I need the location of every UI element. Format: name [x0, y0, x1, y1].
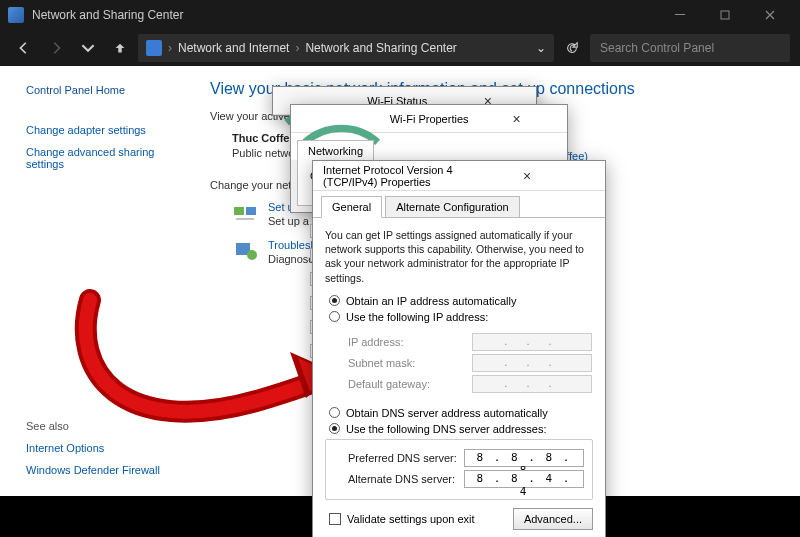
ip-address-field: . . .: [472, 333, 592, 351]
subnet-label: Subnet mask:: [348, 357, 415, 369]
breadcrumb-separator: ›: [168, 41, 172, 55]
svg-rect-3: [246, 207, 256, 215]
minimize-button[interactable]: [657, 0, 702, 30]
troubleshoot-sub: Diagnose: [268, 253, 314, 265]
chevron-down-icon[interactable]: ⌄: [536, 41, 546, 55]
dialog-titlebar[interactable]: Internet Protocol Version 4 (TCP/IPv4) P…: [313, 161, 605, 191]
svg-rect-0: [675, 14, 685, 15]
radio-label: Use the following IP address:: [346, 311, 488, 323]
help-text: You can get IP settings assigned automat…: [325, 228, 593, 285]
see-also-label: See also: [26, 420, 190, 432]
radio-label: Obtain an IP address automatically: [346, 295, 516, 307]
svg-rect-1: [721, 11, 729, 19]
ipv4-properties-dialog: Internet Protocol Version 4 (TCP/IPv4) P…: [312, 160, 606, 537]
up-button[interactable]: [106, 34, 134, 62]
setup-icon: [232, 201, 260, 225]
close-icon[interactable]: ×: [459, 168, 595, 184]
dialog-title: Internet Protocol Version 4 (TCP/IPv4) P…: [323, 164, 459, 188]
radio-icon: [329, 295, 340, 306]
checkbox-icon: [329, 513, 341, 525]
sidebar-link-firewall[interactable]: Windows Defender Firewall: [26, 464, 190, 476]
close-button[interactable]: [747, 0, 792, 30]
radio-icon: [329, 407, 340, 418]
alternate-dns-field[interactable]: 8 . 8 . 4 . 4: [464, 470, 584, 488]
dns-fieldset: Preferred DNS server:8 . 8 . 8 . 8 Alter…: [325, 439, 593, 500]
checkbox-label: Validate settings upon exit: [347, 513, 475, 525]
radio-icon: [329, 423, 340, 434]
sidebar: Control Panel Home Change adapter settin…: [0, 66, 190, 496]
dialog-body: You can get IP settings assigned automat…: [313, 218, 605, 537]
recent-dropdown[interactable]: [74, 34, 102, 62]
advanced-button[interactable]: Advanced...: [513, 508, 593, 530]
breadcrumb-item[interactable]: Network and Internet: [178, 41, 289, 55]
troubleshoot-link[interactable]: Troublesl: [268, 239, 314, 251]
radio-ip-auto[interactable]: Obtain an IP address automatically: [329, 295, 593, 307]
app-icon: [8, 7, 24, 23]
preferred-dns-field[interactable]: 8 . 8 . 8 . 8: [464, 449, 584, 467]
tab-alternate[interactable]: Alternate Configuration: [385, 196, 520, 218]
back-button[interactable]: [10, 34, 38, 62]
forward-button[interactable]: [42, 34, 70, 62]
svg-point-5: [247, 250, 257, 260]
window-titlebar: Network and Sharing Center: [0, 0, 800, 30]
wifi-icon: [299, 112, 384, 126]
gateway-field: . . .: [472, 375, 592, 393]
radio-label: Use the following DNS server addresses:: [346, 423, 547, 435]
subnet-field: . . .: [472, 354, 592, 372]
breadcrumb[interactable]: › Network and Internet › Network and Sha…: [138, 34, 554, 62]
refresh-button[interactable]: [558, 34, 586, 62]
preferred-dns-label: Preferred DNS server:: [348, 452, 457, 464]
radio-ip-manual[interactable]: Use the following IP address:: [329, 311, 593, 323]
radio-label: Obtain DNS server address automatically: [346, 407, 548, 419]
ip-address-label: IP address:: [348, 336, 403, 348]
ip-fieldset: IP address:. . . Subnet mask:. . . Defau…: [325, 327, 593, 403]
alternate-dns-label: Alternate DNS server:: [348, 473, 455, 485]
breadcrumb-item[interactable]: Network and Sharing Center: [305, 41, 456, 55]
troubleshoot-icon: [232, 239, 260, 263]
sidebar-home[interactable]: Control Panel Home: [26, 84, 190, 96]
sidebar-link-internet-options[interactable]: Internet Options: [26, 442, 190, 454]
dialog-titlebar[interactable]: Wi-Fi Properties ×: [291, 105, 567, 133]
validate-checkbox-row[interactable]: Validate settings upon exit Advanced...: [329, 508, 593, 530]
dialog-title: Wi-Fi Properties: [390, 113, 475, 125]
radio-icon: [329, 311, 340, 322]
close-icon[interactable]: ×: [474, 111, 559, 127]
tab-row: General Alternate Configuration: [313, 191, 605, 218]
radio-dns-auto[interactable]: Obtain DNS server address automatically: [329, 407, 593, 419]
sidebar-link-sharing[interactable]: Change advanced sharing settings: [26, 146, 190, 170]
breadcrumb-separator: ›: [295, 41, 299, 55]
tab-networking[interactable]: Networking: [297, 140, 374, 161]
search-input[interactable]: Search Control Panel: [590, 34, 790, 62]
maximize-button[interactable]: [702, 0, 747, 30]
sidebar-link-adapter[interactable]: Change adapter settings: [26, 124, 190, 136]
window-title: Network and Sharing Center: [32, 8, 657, 22]
tab-general[interactable]: General: [321, 196, 382, 218]
network-icon: [146, 40, 162, 56]
gateway-label: Default gateway:: [348, 378, 430, 390]
setup-sub: Set up a: [268, 215, 309, 227]
navigation-bar: › Network and Internet › Network and Sha…: [0, 30, 800, 66]
svg-rect-2: [234, 207, 244, 215]
radio-dns-manual[interactable]: Use the following DNS server addresses:: [329, 423, 593, 435]
